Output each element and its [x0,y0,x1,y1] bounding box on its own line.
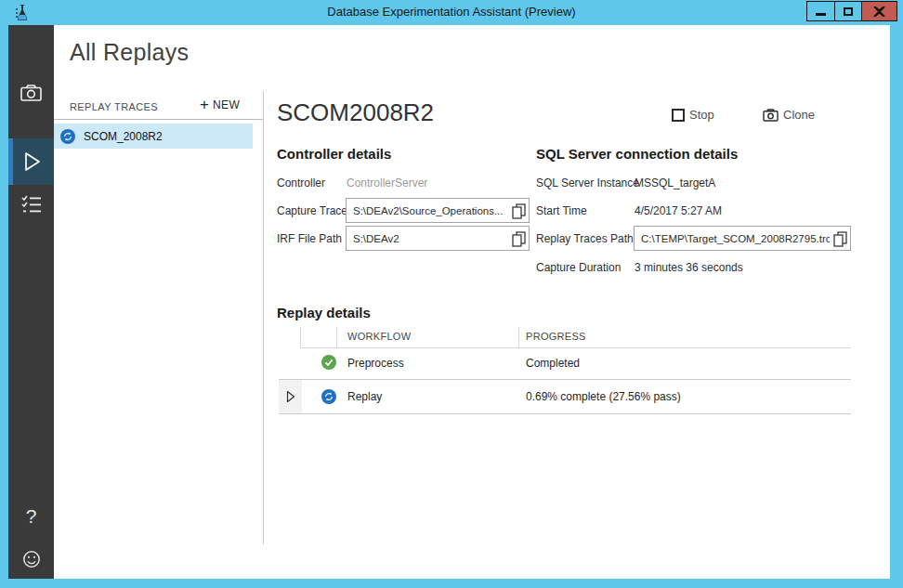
capture-duration-value: 3 minutes 36 seconds [635,261,743,274]
workflow-cell: Replay [347,390,382,403]
new-replay-button[interactable]: + NEW [200,96,240,114]
table-column-separator [518,327,519,347]
clone-button[interactable]: Clone [763,108,815,122]
titlebar: Database Experimentation Assistant (Prev… [0,0,903,25]
progress-cell: Completed [526,357,580,370]
sql-instance-label: SQL Server Instance [536,176,639,189]
table-row-separator [279,413,851,414]
vertical-divider [263,91,264,544]
irf-file-path-label: IRF File Path [277,232,342,245]
sidebar-item-analysis[interactable] [8,192,54,216]
capture-camera-icon [20,85,42,101]
replay-traces-path-label: Replay Traces Path [536,232,634,245]
replay-details-heading: Replay details [277,305,371,320]
irf-file-path-field[interactable]: S:\DEAv2 [346,226,530,251]
copy-icon[interactable] [512,231,526,247]
capture-duration-label: Capture Duration [536,261,621,274]
stop-button[interactable]: Stop [672,108,714,122]
capture-trace-field[interactable]: S:\DEAv2\Source_Operations... [346,198,530,223]
start-time-value: 4/5/2017 5:27 AM [635,204,722,217]
replay-traces-header: REPLAY TRACES [70,101,158,112]
close-button[interactable] [861,1,897,21]
sync-circle-icon [60,129,75,144]
controller-value: ControllerServer [347,176,427,189]
help-icon: ? [26,505,37,528]
capture-trace-label: Capture Trace [277,204,347,217]
progress-cell: 0.69% complete (27.56% pass) [526,390,681,403]
check-circle-icon [321,355,336,370]
stop-icon [672,109,685,122]
replay-traces-path-field[interactable]: C:\TEMP\Target_SCOM_2008R2795.trc [634,226,851,251]
maximize-button[interactable] [834,1,862,21]
clone-camera-icon [763,109,779,122]
app-window: Database Experimentation Assistant (Prev… [0,0,903,588]
sidebar-item-capture[interactable] [8,81,54,105]
workflow-cell: Preprocess [347,357,404,370]
panel-divider [54,119,263,120]
copy-icon[interactable] [833,231,847,247]
chevron-right-icon [286,390,295,403]
feedback-button[interactable] [8,547,54,571]
selected-accent-bar [8,138,13,185]
minimize-icon [816,13,826,16]
row-expander-button[interactable] [279,380,302,413]
sql-connection-heading: SQL Server connection details [536,146,738,162]
table-header-underline [300,347,851,348]
table-row-separator [279,379,851,380]
close-icon [873,7,885,17]
help-button[interactable]: ? [8,503,54,530]
analysis-checklist-icon [21,195,41,214]
table-column-separator [300,327,301,347]
controller-label: Controller [277,176,325,189]
column-header-progress: PROGRESS [526,331,586,342]
smiley-icon [22,550,41,568]
nav-sidebar: ? [8,25,54,579]
column-header-workflow: WORKFLOW [347,331,411,342]
copy-icon[interactable] [512,203,526,219]
trace-item-label: SCOM_2008R2 [84,130,163,143]
plus-icon: + [200,96,209,114]
menu-button[interactable] [8,39,54,65]
sql-instance-value: MSSQL_targetA [635,176,715,189]
controller-details-heading: Controller details [277,146,391,162]
sync-circle-icon [321,389,336,404]
replay-title: SCOM2008R2 [277,98,434,127]
replay-play-icon [24,151,41,172]
sidebar-item-replay[interactable] [8,138,54,185]
window-title: Database Experimentation Assistant (Prev… [0,5,903,19]
page-title: All Replays [70,39,189,66]
minimize-button[interactable] [806,1,835,21]
table-column-separator [336,327,337,347]
maximize-icon [844,7,853,16]
trace-list-item-scom2008r2[interactable]: SCOM_2008R2 [54,124,253,149]
start-time-label: Start Time [536,204,587,217]
